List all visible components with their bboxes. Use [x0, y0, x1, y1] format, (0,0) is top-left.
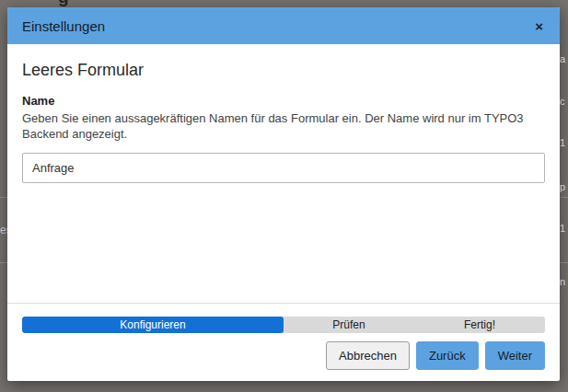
progress-step-pruefen: Prüfen	[284, 317, 414, 333]
form-name-input[interactable]	[22, 153, 545, 183]
modal-body: Leeres Formular Name Geben Sie einen aus…	[7, 44, 560, 303]
description-line: Backend angezeigt.	[22, 126, 545, 142]
modal-button-row: Abbrechen Zurück Weiter	[22, 341, 545, 370]
progress-step-fertig: Fertig!	[414, 317, 545, 333]
description-line: Geben Sie einen aussagekräftigen Namen f…	[22, 110, 545, 126]
name-field-label: Name	[22, 94, 545, 108]
wizard-progress-bar: Konfigurieren Prüfen Fertig!	[22, 317, 545, 333]
cancel-button[interactable]: Abbrechen	[326, 341, 410, 370]
modal-footer: Konfigurieren Prüfen Fertig! Abbrechen Z…	[7, 303, 560, 381]
close-icon[interactable]: ×	[533, 17, 545, 35]
modal-header: Einstellungen ×	[7, 7, 560, 44]
settings-modal: Einstellungen × Leeres Formular Name Geb…	[7, 7, 560, 381]
next-button[interactable]: Weiter	[485, 341, 545, 370]
background-heading-fragment: g	[58, 0, 69, 7]
name-field-description: Geben Sie einen aussagekräftigen Namen f…	[22, 110, 545, 142]
modal-title: Einstellungen	[22, 18, 533, 34]
progress-step-konfigurieren: Konfigurieren	[22, 317, 284, 333]
form-type-heading: Leeres Formular	[22, 61, 545, 80]
back-button[interactable]: Zurück	[416, 341, 479, 370]
